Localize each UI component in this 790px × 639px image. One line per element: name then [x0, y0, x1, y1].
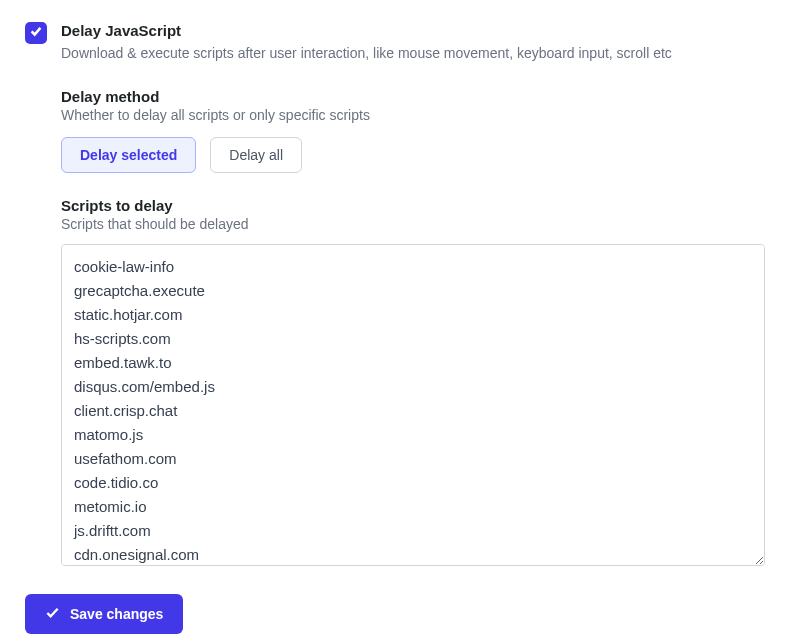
delay-method-button-group: Delay selected Delay all	[61, 137, 765, 173]
scripts-to-delay-description: Scripts that should be delayed	[61, 216, 765, 232]
scripts-to-delay-title: Scripts to delay	[61, 197, 765, 214]
delay-javascript-description: Download & execute scripts after user in…	[61, 43, 765, 64]
delay-method-description: Whether to delay all scripts or only spe…	[61, 107, 765, 123]
save-button-label: Save changes	[70, 606, 163, 622]
delay-javascript-checkbox[interactable]	[25, 22, 47, 44]
check-icon	[45, 605, 60, 623]
save-changes-button[interactable]: Save changes	[25, 594, 183, 634]
delay-method-title: Delay method	[61, 88, 765, 105]
scripts-to-delay-textarea[interactable]	[61, 244, 765, 566]
delay-javascript-title: Delay JavaScript	[61, 20, 765, 41]
delay-all-button[interactable]: Delay all	[210, 137, 302, 173]
delay-selected-button[interactable]: Delay selected	[61, 137, 196, 173]
check-icon	[29, 24, 43, 42]
